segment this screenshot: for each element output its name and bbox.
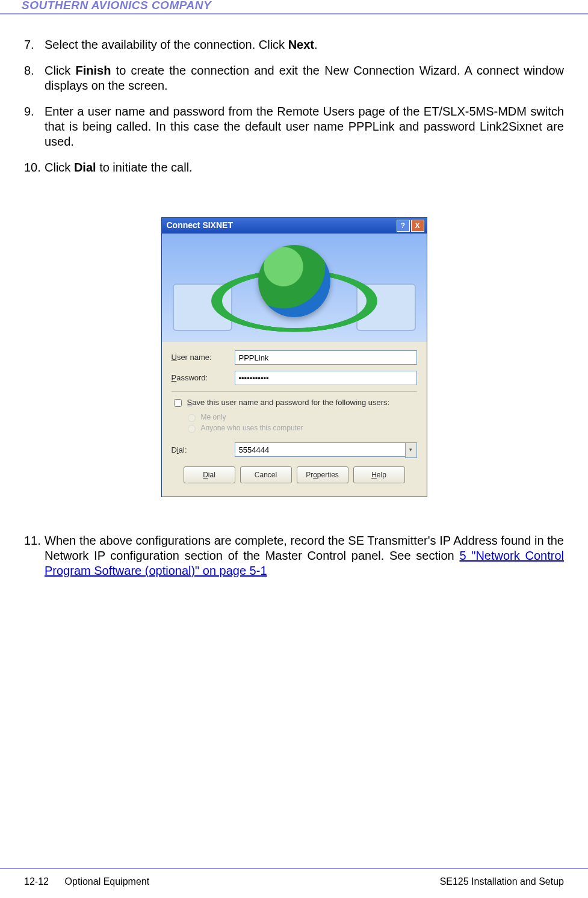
header-rule — [0, 13, 588, 14]
dialog-title: Connect SIXNET — [164, 220, 395, 231]
step-text: Enter a user name and password from the … — [45, 104, 564, 149]
step-number: 9. — [24, 104, 45, 149]
company-header: SOUTHERN AVIONICS COMPANY — [22, 0, 562, 12]
step-number: 7. — [24, 37, 45, 52]
step-text-tail: to create the connection and exit the Ne… — [45, 64, 564, 92]
chevron-down-icon[interactable]: ▾ — [405, 442, 417, 458]
footer-doc-title: SE125 Installation and Setup — [440, 876, 564, 887]
globe-icon — [258, 245, 330, 317]
step-8: 8. Click Finish to create the connection… — [24, 63, 564, 93]
properties-button[interactable]: Properties — [297, 466, 348, 483]
help-button[interactable]: Help — [353, 466, 405, 483]
connect-dialog: Connect SIXNET ? X User name: — [161, 217, 427, 497]
step-9: 9. Enter a user name and password from t… — [24, 104, 564, 149]
step-text: Click — [45, 64, 76, 77]
step-text-tail: . — [314, 38, 318, 51]
username-input[interactable] — [235, 350, 417, 365]
dialog-hero-image — [162, 234, 427, 342]
step-bold: Next — [288, 38, 314, 51]
step-number: 8. — [24, 63, 45, 93]
separator — [172, 391, 417, 392]
footer-section: Optional Equipment — [65, 876, 150, 887]
password-input[interactable] — [235, 371, 417, 385]
footer-page-number: 12-12 — [24, 876, 49, 887]
cancel-button[interactable]: Cancel — [240, 466, 292, 483]
step-text: Select the availability of the connectio… — [45, 38, 288, 51]
radio-anyone — [188, 425, 196, 433]
step-number: 11. — [24, 533, 45, 578]
save-credentials-label: Save this user name and password for the… — [187, 398, 390, 407]
dialog-titlebar: Connect SIXNET ? X — [162, 218, 427, 234]
step-11: 11. When the above configurations are co… — [24, 533, 564, 578]
step-10: 10. Click Dial to initiate the call. — [24, 160, 564, 175]
step-7: 7. Select the availability of the connec… — [24, 37, 564, 52]
step-text: Click — [45, 161, 74, 174]
step-bold: Finish — [76, 64, 111, 77]
footer-rule — [0, 868, 588, 869]
help-icon[interactable]: ? — [397, 220, 410, 232]
save-credentials-checkbox[interactable] — [174, 399, 182, 407]
close-icon[interactable]: X — [411, 220, 424, 232]
dial-input[interactable] — [235, 442, 405, 457]
username-label: User name: — [172, 353, 235, 362]
password-label: Password: — [172, 373, 235, 383]
radio-me-only — [188, 414, 196, 422]
dial-button[interactable]: Dial — [184, 466, 235, 483]
step-text-tail: to initiate the call. — [96, 161, 193, 174]
step-number: 10. — [24, 160, 45, 175]
radio-me-label: Me only — [201, 413, 226, 422]
dial-label: Dial: — [172, 445, 235, 455]
radio-anyone-label: Anyone who uses this computer — [201, 424, 303, 433]
step-bold: Dial — [74, 161, 96, 174]
